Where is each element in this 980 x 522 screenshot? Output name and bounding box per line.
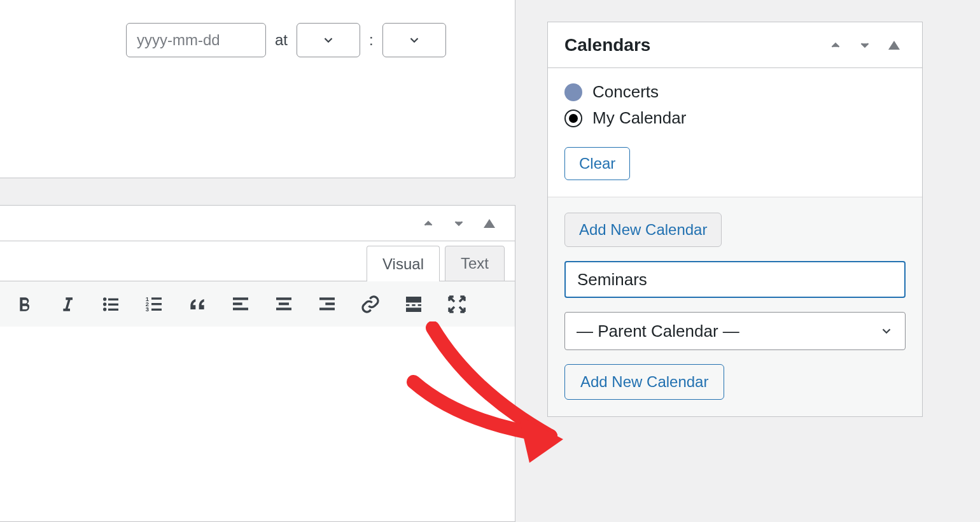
- triangle-up-icon: [888, 41, 900, 50]
- numbered-list-button[interactable]: 123: [136, 286, 172, 322]
- tab-text[interactable]: Text: [445, 246, 505, 281]
- fullscreen-button[interactable]: [438, 286, 475, 322]
- panel-move-up[interactable]: [822, 32, 850, 58]
- svg-rect-7: [151, 297, 162, 299]
- svg-rect-18: [319, 297, 335, 300]
- calendar-item-my-calendar[interactable]: My Calendar: [564, 108, 906, 128]
- link-icon: [360, 294, 381, 314]
- panel-toggle[interactable]: [880, 32, 908, 58]
- calendar-item-concerts[interactable]: Concerts: [564, 82, 906, 102]
- svg-marker-26: [519, 416, 563, 463]
- bullet-list-icon: [101, 294, 121, 314]
- triangle-up-icon: [484, 219, 495, 228]
- calendar-label: My Calendar: [592, 108, 686, 128]
- chevron-up-icon: [829, 38, 843, 52]
- bold-button[interactable]: [6, 286, 43, 322]
- chevron-down-icon: [879, 324, 893, 338]
- bold-icon: [14, 294, 34, 314]
- editor-panel-header: [0, 206, 515, 241]
- svg-rect-21: [406, 297, 421, 302]
- add-new-calendar-button[interactable]: Add New Calendar: [564, 364, 724, 400]
- at-label: at: [275, 31, 288, 49]
- chevron-down-icon: [321, 33, 335, 47]
- svg-rect-20: [319, 307, 335, 310]
- date-input[interactable]: yyyy-mm-dd: [126, 23, 266, 57]
- svg-rect-14: [233, 307, 248, 310]
- svg-rect-1: [108, 298, 118, 300]
- clear-button[interactable]: Clear: [564, 147, 630, 180]
- chevron-down-icon: [452, 216, 466, 230]
- svg-rect-16: [279, 302, 289, 305]
- hour-select[interactable]: [297, 23, 360, 57]
- align-center-button[interactable]: [265, 286, 302, 322]
- svg-rect-3: [108, 303, 118, 305]
- italic-icon: [57, 294, 78, 314]
- align-center-icon: [274, 294, 294, 314]
- svg-rect-9: [151, 303, 162, 305]
- datetime-panel: yyyy-mm-dd at :: [0, 0, 515, 178]
- panel-move-up[interactable]: [414, 211, 442, 236]
- calendar-color-dot: [564, 83, 582, 101]
- quote-icon: [187, 294, 207, 314]
- calendars-list: Concerts My Calendar: [564, 82, 906, 128]
- calendar-label: Concerts: [592, 82, 659, 102]
- calendar-name-input[interactable]: [564, 261, 906, 298]
- svg-rect-17: [276, 307, 291, 310]
- svg-rect-13: [233, 302, 242, 305]
- svg-rect-24: [418, 304, 421, 306]
- time-colon: :: [369, 31, 374, 49]
- panel-toggle[interactable]: [475, 211, 503, 236]
- calendars-title: Calendars: [564, 35, 650, 55]
- svg-rect-19: [325, 302, 335, 305]
- numbered-list-icon: 123: [144, 294, 164, 314]
- minute-select[interactable]: [382, 23, 446, 57]
- align-right-button[interactable]: [309, 286, 346, 322]
- parent-calendar-select[interactable]: — Parent Calendar —: [564, 312, 906, 350]
- add-calendar-form: Add New Calendar — Parent Calendar — Add…: [548, 197, 922, 416]
- editor-panel: Visual Text 123: [0, 205, 515, 522]
- calendars-panel: Calendars Concerts: [547, 22, 923, 417]
- svg-rect-15: [276, 297, 291, 300]
- chevron-down-icon: [407, 33, 421, 47]
- tab-visual[interactable]: Visual: [367, 246, 440, 281]
- editor-body[interactable]: [0, 327, 515, 521]
- radio-selected: [564, 109, 582, 127]
- parent-select-value: — Parent Calendar —: [577, 321, 739, 341]
- svg-text:3: 3: [146, 306, 149, 312]
- svg-point-2: [103, 302, 106, 306]
- svg-rect-12: [233, 297, 248, 300]
- align-right-icon: [317, 294, 337, 314]
- panel-move-down[interactable]: [445, 211, 473, 236]
- panel-move-down[interactable]: [851, 32, 879, 58]
- editor-toolbar: 123: [0, 281, 515, 327]
- chevron-down-icon: [858, 38, 872, 52]
- fullscreen-icon: [447, 294, 467, 314]
- link-button[interactable]: [352, 286, 389, 322]
- svg-rect-5: [108, 308, 118, 310]
- svg-rect-25: [406, 307, 421, 312]
- blockquote-button[interactable]: [179, 286, 216, 322]
- svg-point-0: [103, 297, 106, 300]
- italic-button[interactable]: [49, 286, 86, 322]
- read-more-button[interactable]: [395, 286, 432, 322]
- align-left-button[interactable]: [222, 286, 259, 322]
- bullet-list-button[interactable]: [92, 286, 129, 322]
- svg-rect-23: [412, 304, 415, 306]
- svg-rect-11: [151, 308, 162, 310]
- chevron-up-icon: [421, 216, 435, 230]
- editor-tab-row: Visual Text: [0, 241, 515, 281]
- read-more-icon: [403, 294, 424, 314]
- calendars-panel-header: Calendars: [548, 22, 922, 68]
- toggle-add-calendar-button[interactable]: Add New Calendar: [564, 213, 722, 247]
- svg-rect-22: [406, 304, 409, 306]
- align-left-icon: [230, 294, 251, 314]
- svg-point-4: [103, 307, 106, 311]
